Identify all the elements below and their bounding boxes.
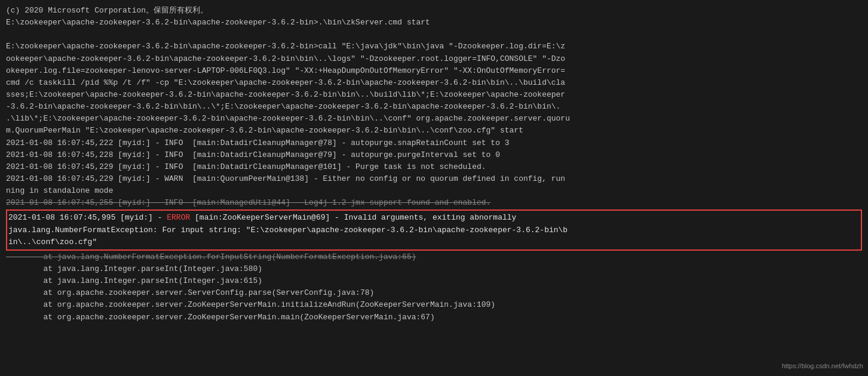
line-cmd-start: E:\zookeeper\apache-zookeeper-3.6.2-bin\… — [6, 17, 862, 29]
terminal-content: (c) 2020 Microsoft Corporation。保留所有权利。 E… — [6, 5, 862, 323]
terminal-window: (c) 2020 Microsoft Corporation。保留所有权利。 E… — [0, 0, 868, 376]
line-copyright: (c) 2020 Microsoft Corporation。保留所有权利。 — [6, 5, 862, 17]
line-info4-strikethrough: 2021-01-08 16:07:45,255 [myid:] - INFO [… — [6, 197, 862, 209]
line-stacktrace5: at org.apache.zookeeper.server.ZooKeeper… — [6, 299, 862, 311]
line-call6: -3.6.2-bin\apache-zookeeper-3.6.2-bin\bi… — [6, 101, 862, 113]
line-stacktrace6: at org.apache.zookeeper.server.ZooKeeper… — [6, 312, 862, 323]
line-stacktrace3: at java.lang.Integer.parseInt(Integer.ja… — [6, 275, 862, 287]
watermark: https://blog.csdn.net/fwhdzh — [782, 361, 863, 371]
line-call3: okeeper.log.file=zookeeper-lenovo-server… — [6, 65, 862, 77]
line-call8: m.QuorumPeerMain "E:\zookeeper\apache-zo… — [6, 125, 862, 137]
error-block: 2021-01-08 16:07:45,995 [myid:] - ERROR … — [6, 209, 862, 250]
line-info2: 2021-01-08 16:07:45,228 [myid:] - INFO [… — [6, 149, 862, 161]
line-info3: 2021-01-08 16:07:45,229 [myid:] - INFO [… — [6, 161, 862, 173]
line-blank — [6, 29, 862, 41]
line-call7: .\lib\*;E:\zookeeper\apache-zookeeper-3.… — [6, 113, 862, 125]
line-stacktrace2: at java.lang.Integer.parseInt(Integer.ja… — [6, 263, 862, 275]
line-call2: ookeeper\apache-zookeeper-3.6.2-bin\apac… — [6, 53, 862, 65]
line-error2: java.lang.NumberFormatException: For inp… — [8, 224, 860, 236]
line-info1: 2021-01-08 16:07:45,222 [myid:] - INFO [… — [6, 137, 862, 149]
line-error3: in\..\conf\zoo.cfg" — [8, 236, 860, 248]
line-call5: sses;E:\zookeeper\apache-zookeeper-3.6.2… — [6, 89, 862, 101]
line-call4: cmd /c taskkill /pid %%p /t /f" -cp "E:\… — [6, 77, 862, 89]
line-stacktrace1-strikethrough: at java.lang.NumberFormatException.forIn… — [6, 251, 862, 263]
line-call1: E:\zookeeper\apache-zookeeper-3.6.2-bin\… — [6, 41, 862, 53]
line-warn2: ning in standalone mode — [6, 185, 862, 197]
line-warn1: 2021-01-08 16:07:45,229 [myid:] - WARN [… — [6, 173, 862, 185]
line-error1: 2021-01-08 16:07:45,995 [myid:] - ERROR … — [8, 212, 860, 224]
line-stacktrace4: at org.apache.zookeeper.server.ServerCon… — [6, 287, 862, 299]
